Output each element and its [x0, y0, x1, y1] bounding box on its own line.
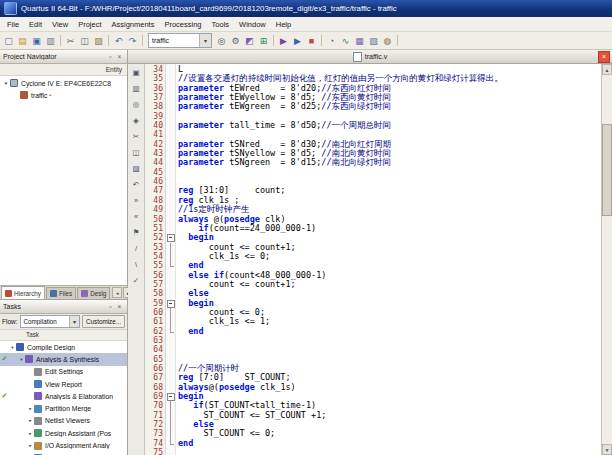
code-line[interactable]: always@(posedge clk_1s)	[178, 383, 601, 392]
code-line[interactable]: reg [31:0] count;	[178, 186, 601, 195]
tree-item-cyclone-iv-e-ep4ce6e22c8[interactable]: ▾Cyclone IV E: EP4CE6E22C8	[0, 77, 127, 89]
customize-button[interactable]: Customize...	[82, 315, 125, 328]
copy-icon[interactable]: ◫	[131, 147, 142, 158]
menu-assignments[interactable]: Assignments	[107, 19, 160, 30]
menu-tools[interactable]: Tools	[207, 19, 235, 30]
print-icon[interactable]: ▥	[131, 83, 142, 94]
save-icon[interactable]: ▣	[30, 34, 43, 47]
scrollbar-thumb[interactable]	[602, 124, 612, 216]
copy-icon[interactable]: ◫	[78, 34, 91, 47]
chevron-expanded-icon[interactable]: ▾	[18, 357, 25, 362]
start-compilation-icon[interactable]: ▶	[277, 34, 290, 47]
chip-planner-icon[interactable]: ▦	[353, 34, 366, 47]
flow-combobox[interactable]: Compilation ▾	[20, 315, 80, 328]
task-row-partition-merge[interactable]: ▸Partition Merge	[0, 402, 127, 414]
menu-processing[interactable]: Processing	[159, 19, 206, 30]
code-line[interactable]	[178, 345, 601, 354]
uncomment-icon[interactable]: \	[131, 259, 142, 270]
chevron-collapsed-icon[interactable]: ▸	[27, 443, 34, 448]
navigator-tab-hierarchy[interactable]: Hierarchy	[1, 286, 45, 299]
scroll-up-icon[interactable]: ▲	[602, 64, 612, 75]
menu-window[interactable]: Window	[234, 19, 271, 30]
chevron-down-icon[interactable]: ▾	[199, 34, 211, 47]
pin-planner-icon[interactable]: ⊞	[257, 34, 270, 47]
menu-help[interactable]: Help	[271, 19, 296, 30]
simulator-icon[interactable]: ∿	[339, 34, 352, 47]
menu-view[interactable]: View	[47, 19, 73, 30]
fold-marker[interactable]	[166, 299, 175, 308]
tab-scroll-left-icon[interactable]: ◂	[112, 287, 122, 298]
task-row-compile-design[interactable]: ▾Compile Design	[0, 341, 127, 353]
close-icon[interactable]: ×	[115, 52, 124, 61]
fold-marker[interactable]	[166, 401, 175, 410]
code-line[interactable]	[178, 355, 601, 364]
code-line[interactable]: parameter tSNgreen = 8'd15;//南北向绿灯时间	[178, 158, 601, 167]
task-row-view-report[interactable]: View Report	[0, 378, 127, 390]
task-row-analysis-synthesis[interactable]: ✓▾Analysis & Synthesis	[0, 353, 127, 365]
code-line[interactable]: ST_COUNT <= ST_COUNT +1;	[178, 411, 601, 420]
current-entity-combobox[interactable]: traffic ▾	[148, 33, 212, 48]
task-row-analysis-elaboration[interactable]: ✓Analysis & Elaboration	[0, 390, 127, 402]
replace-icon[interactable]: ◈	[131, 115, 142, 126]
fold-marker[interactable]	[166, 420, 175, 429]
fold-marker[interactable]	[166, 429, 175, 438]
menu-edit[interactable]: Edit	[24, 19, 47, 30]
code-line[interactable]: parameter tEWgreen = 8'd25;//东西向绿灯时间	[178, 102, 601, 111]
editor-vertical-scrollbar[interactable]: ▲ ▼	[601, 64, 612, 455]
fold-marker[interactable]	[166, 411, 175, 420]
redo-icon[interactable]: ↷	[126, 34, 139, 47]
chevron-down-icon[interactable]: ▾	[69, 316, 79, 327]
code-line[interactable]: clk_1s <= 1;	[178, 317, 601, 326]
task-row-design-assistant-pos[interactable]: ▸Design Assistant (Pos	[0, 427, 127, 439]
code-line[interactable]: else	[178, 289, 601, 298]
code-line[interactable]: end	[178, 327, 601, 336]
navigator-tab-files[interactable]: Files	[46, 287, 76, 299]
code-line[interactable]: if(count==24_000_000-1)	[178, 224, 601, 233]
start-analysis-icon[interactable]: ▶	[291, 34, 304, 47]
open-file-icon[interactable]: ▤	[16, 34, 29, 47]
fold-marker[interactable]	[166, 243, 175, 252]
timequest-icon[interactable]: ◔	[325, 34, 338, 47]
tree-item-traffic[interactable]: traffic▪	[0, 89, 127, 101]
code-line[interactable]	[178, 448, 601, 455]
close-icon[interactable]: ×	[115, 302, 124, 311]
search-icon[interactable]: ◎	[215, 34, 228, 47]
print-icon[interactable]: ▥	[44, 34, 57, 47]
chevron-expanded-icon[interactable]: ▾	[2, 80, 10, 86]
task-row-netlist-viewers[interactable]: ▸Netlist Viewers	[0, 415, 127, 427]
programmer-icon[interactable]: ◍	[381, 34, 394, 47]
code-line[interactable]	[178, 336, 601, 345]
paste-icon[interactable]: ▨	[131, 163, 142, 174]
fold-marker[interactable]	[166, 317, 175, 326]
close-file-icon[interactable]: ×	[598, 51, 610, 63]
assignment-editor-icon[interactable]: ◩	[243, 34, 256, 47]
fold-marker[interactable]	[166, 252, 175, 261]
menu-file[interactable]: File	[2, 19, 24, 30]
fold-marker[interactable]	[166, 439, 175, 448]
fold-marker[interactable]	[166, 233, 175, 242]
fold-marker[interactable]	[166, 392, 175, 401]
float-panel-icon[interactable]: ▫	[106, 52, 115, 61]
task-row-edit-settings[interactable]: Edit Settings	[0, 366, 127, 378]
code-line[interactable]: count <= count+1;	[178, 280, 601, 289]
chevron-collapsed-icon[interactable]: ▸	[27, 431, 34, 436]
chevron-collapsed-icon[interactable]: ▸	[27, 406, 34, 411]
outdent-icon[interactable]: «	[131, 211, 142, 222]
undo-icon[interactable]: ↶	[131, 179, 142, 190]
find-icon[interactable]: ◎	[131, 99, 142, 110]
fold-marker[interactable]	[166, 261, 175, 270]
code-line[interactable]: ST_COUNT <= 0;	[178, 429, 601, 438]
scroll-down-icon[interactable]: ▼	[602, 444, 612, 455]
code-editor[interactable]: L//设置各交通灯的持续时间初始化值，红灯的值由另一个方向的黄灯和绿灯计算得出。…	[176, 64, 601, 455]
code-line[interactable]: parameter tall_time = 8'd50;//一个周期总时间	[178, 121, 601, 130]
settings-icon[interactable]: ⚙	[229, 34, 242, 47]
menu-project[interactable]: Project	[73, 19, 106, 30]
paste-icon[interactable]: ▨	[92, 34, 105, 47]
chevron-collapsed-icon[interactable]: ▸	[27, 418, 34, 423]
fold-marker[interactable]	[166, 327, 175, 336]
cut-icon[interactable]: ✂	[64, 34, 77, 47]
fold-marker[interactable]	[166, 308, 175, 317]
navigator-tab-desig[interactable]: Desig	[77, 287, 110, 299]
new-file-icon[interactable]: ▢	[2, 34, 15, 47]
rtl-viewer-icon[interactable]: ▧	[367, 34, 380, 47]
